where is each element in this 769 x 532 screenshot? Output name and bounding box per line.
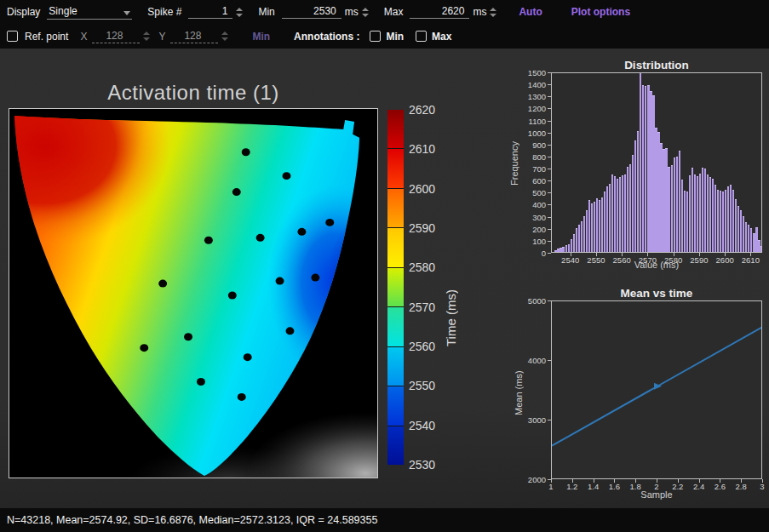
colorbar-tick-label: 2610 <box>409 143 435 155</box>
histogram-bar <box>622 175 623 252</box>
max-input[interactable]: 2620 <box>410 5 469 19</box>
histogram-bar <box>671 165 673 252</box>
histogram-ytick: 1500 <box>524 69 546 77</box>
histogram-title: Distribution <box>551 59 762 72</box>
histogram-bar <box>681 180 683 252</box>
colorbar-ticks: 2620261026002590258025702560255025402530 <box>409 110 448 465</box>
histogram-ytick: 200 <box>524 226 546 233</box>
histogram-ytick: 700 <box>524 165 546 173</box>
toolbar-main: Display Single Spike # 1 Min 2530 ms Max… <box>0 0 769 24</box>
x-stepper[interactable] <box>143 31 150 41</box>
histogram-bar <box>753 233 755 252</box>
histogram-ytick: 1100 <box>524 117 546 125</box>
histogram-bar <box>554 250 556 252</box>
histogram-bar <box>568 244 570 252</box>
spike-label: Spike # <box>147 6 181 18</box>
histogram-bar <box>588 200 590 252</box>
heatmap-title: Activation time (1) <box>9 81 378 105</box>
histogram-bar <box>624 174 626 252</box>
spike-input[interactable]: 1 <box>188 5 232 19</box>
plot-options-button[interactable]: Plot options <box>571 6 630 18</box>
histogram-ytick: 1000 <box>524 129 546 137</box>
tick-mark <box>548 133 551 134</box>
histogram-bar <box>627 167 628 252</box>
min-input[interactable]: 2530 <box>282 5 341 19</box>
status-text: N=43218, Mean=2574.92, SD=16.6876, Media… <box>7 514 377 526</box>
y-input[interactable]: 128 <box>170 30 218 43</box>
tick-mark <box>678 479 679 483</box>
electrode-dot <box>283 172 291 180</box>
histogram-bar <box>717 190 719 252</box>
histogram-bar <box>642 85 644 252</box>
electrode-dot <box>276 277 284 285</box>
histogram-bar <box>684 191 686 252</box>
tick-mark <box>548 72 551 73</box>
colorbar-tick-label: 2560 <box>409 340 435 352</box>
annotations-min-checkbox[interactable] <box>370 31 381 42</box>
tick-mark <box>635 479 636 483</box>
tick-mark <box>548 192 551 193</box>
colorbar-tick-label: 2550 <box>409 380 435 392</box>
max-stepper[interactable] <box>490 8 496 17</box>
display-label: Display <box>7 6 40 18</box>
histogram-bar <box>679 151 680 252</box>
histogram-ytick: 600 <box>524 177 546 185</box>
colorbar-segment <box>387 189 404 228</box>
tick-mark <box>720 479 720 483</box>
tick-mark <box>596 253 597 256</box>
tick-mark <box>657 479 657 483</box>
ref-point-checkbox[interactable] <box>7 31 18 42</box>
histogram-bar <box>655 128 657 252</box>
x-input[interactable]: 128 <box>92 30 140 43</box>
histogram-bar <box>571 239 572 252</box>
histogram-bar <box>586 210 588 252</box>
main-content: Activation time (1) <box>0 49 769 508</box>
meanplot-svg <box>552 301 762 479</box>
electrode-dot <box>228 292 237 300</box>
meanplot-ylabel: Mean (ms) <box>514 355 524 432</box>
histogram-bar <box>697 176 698 252</box>
activation-map-image[interactable] <box>9 108 378 478</box>
tick-mark <box>762 479 763 483</box>
histogram-bar <box>565 245 567 252</box>
min-unit: ms <box>345 6 359 18</box>
histogram-bar <box>614 176 616 252</box>
histogram-bar <box>637 131 639 252</box>
colorbar-tick-label: 2540 <box>409 420 435 432</box>
meanplot-xlabel: Sample <box>551 489 762 500</box>
histogram-bar <box>758 240 760 252</box>
histogram-bar <box>606 186 608 252</box>
spike-stepper[interactable] <box>236 8 243 17</box>
histogram-bar <box>735 199 737 252</box>
tick-mark <box>548 253 551 254</box>
annotations-max-checkbox[interactable] <box>416 31 427 42</box>
spike-value: 1 <box>222 5 228 17</box>
electrode-dot <box>311 274 319 282</box>
colorbar-axis-label: Time (ms) <box>444 227 459 346</box>
histogram-bar <box>645 86 646 252</box>
histogram-bar <box>689 175 691 252</box>
histogram-bar <box>694 174 696 252</box>
histogram-plot[interactable] <box>551 72 762 253</box>
min-ref-button[interactable]: Min <box>252 31 270 43</box>
meanplot-ytick: 4000 <box>524 357 546 364</box>
display-dropdown[interactable]: Single <box>47 5 132 20</box>
histogram-bar <box>657 132 659 252</box>
meanplot-plot[interactable] <box>551 300 762 479</box>
auto-button[interactable]: Auto <box>519 6 542 18</box>
electrode-dot <box>204 237 213 244</box>
tick-mark <box>548 229 551 230</box>
tick-mark <box>548 108 551 109</box>
histogram-bar <box>720 191 721 252</box>
histogram-bar <box>743 216 744 252</box>
x-label: X <box>80 31 87 43</box>
histogram-ytick: 300 <box>524 214 546 221</box>
electrode-dot <box>297 228 306 236</box>
histogram-bar <box>560 248 561 252</box>
y-stepper[interactable] <box>221 31 228 41</box>
tick-mark <box>548 169 551 169</box>
min-stepper[interactable] <box>362 8 369 17</box>
tick-mark <box>614 479 615 483</box>
histogram-ytick: 800 <box>524 153 546 161</box>
max-value: 2620 <box>442 5 465 17</box>
